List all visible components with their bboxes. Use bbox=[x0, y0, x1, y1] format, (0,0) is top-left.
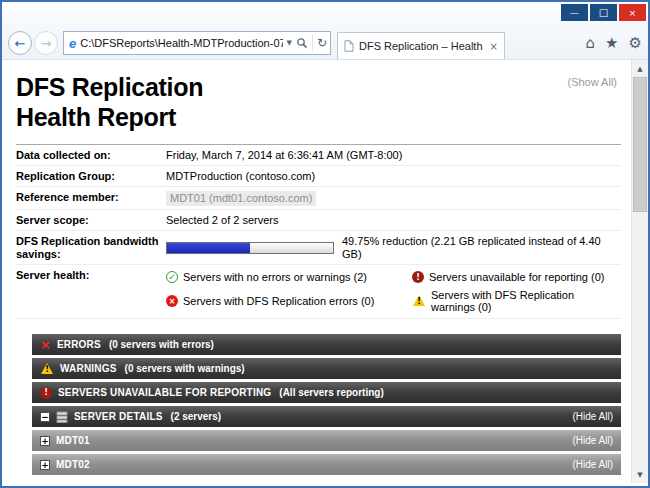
scroll-up-icon[interactable]: ▲ bbox=[632, 60, 648, 77]
server-row-mdt02[interactable]: + MDT02 (Hide All) bbox=[32, 454, 621, 475]
section-count: (0 servers with errors) bbox=[109, 339, 214, 350]
scrollbar-thumb[interactable] bbox=[633, 77, 647, 212]
field-server-scope: Server scope: Selected 2 of 2 servers bbox=[16, 210, 621, 231]
field-value: MDTProduction (contoso.com) bbox=[166, 170, 315, 183]
maximize-button[interactable]: □ bbox=[590, 4, 617, 21]
search-icon[interactable] bbox=[296, 37, 308, 49]
health-text: Servers with DFS Replication warnings (0… bbox=[431, 289, 621, 313]
field-value: Selected 2 of 2 servers bbox=[166, 214, 279, 227]
health-item-ok: ✓ Servers with no errors or warnings (2) bbox=[166, 271, 412, 283]
hide-all-link[interactable]: (Hide All) bbox=[572, 411, 613, 422]
hide-all-link[interactable]: (Hide All) bbox=[572, 435, 613, 446]
server-name: MDT01 bbox=[56, 435, 90, 446]
tab-close-icon[interactable]: × bbox=[490, 41, 498, 52]
bandwidth-bar bbox=[166, 242, 334, 254]
section-count: (2 servers) bbox=[171, 411, 222, 422]
favorites-star-icon[interactable]: ★ bbox=[605, 34, 618, 52]
home-icon[interactable]: ⌂ bbox=[586, 34, 596, 52]
field-server-health: Server health: ✓ Servers with no errors … bbox=[16, 265, 621, 319]
server-row-mdt01[interactable]: + MDT01 (Hide All) bbox=[32, 430, 621, 451]
health-item-errors: × Servers with DFS Replication errors (0… bbox=[166, 289, 412, 313]
warning-icon: ! bbox=[40, 363, 54, 375]
expand-toggle-icon[interactable]: + bbox=[40, 436, 50, 446]
page-title-line1: DFS Replication bbox=[16, 72, 621, 102]
ok-icon: ✓ bbox=[166, 271, 178, 283]
section-errors[interactable]: × ERRORS (0 servers with errors) bbox=[32, 334, 621, 355]
refresh-icon[interactable]: ↻ bbox=[317, 36, 327, 50]
vertical-scrollbar[interactable]: ▲ ▼ bbox=[631, 60, 648, 483]
bandwidth-bar-fill bbox=[167, 243, 250, 253]
section-title: SERVERS UNAVAILABLE FOR REPORTING bbox=[58, 387, 271, 398]
ie-icon: e bbox=[69, 36, 76, 51]
collapse-toggle-icon[interactable]: − bbox=[40, 412, 50, 422]
scroll-down-icon[interactable]: ▼ bbox=[632, 466, 648, 483]
hide-all-link[interactable]: (Hide All) bbox=[572, 459, 613, 470]
field-label: Replication Group: bbox=[16, 170, 166, 183]
health-text: Servers with DFS Replication errors (0) bbox=[183, 295, 374, 307]
error-icon: × bbox=[166, 295, 178, 307]
unavailable-icon: ! bbox=[40, 387, 52, 399]
server-icon bbox=[56, 411, 68, 423]
report-summary-fields: Data collected on: Friday, March 7, 2014… bbox=[16, 144, 621, 319]
field-label: Server scope: bbox=[16, 214, 166, 227]
browser-viewport: (Show All) DFS Replication Health Report… bbox=[2, 60, 648, 483]
field-value: Friday, March 7, 2014 at 6:36:41 AM (GMT… bbox=[166, 149, 402, 162]
field-label: DFS Replication bandwidth savings: bbox=[16, 235, 166, 261]
field-label: Data collected on: bbox=[16, 149, 166, 162]
navigation-bar: ← → e C:\DFSReports\Health-MDTProduction… bbox=[2, 27, 648, 60]
field-reference-member: Reference member: MDT01 (mdt01.contoso.c… bbox=[16, 187, 621, 210]
field-label: Server health: bbox=[16, 269, 166, 282]
scrollbar-track[interactable] bbox=[632, 212, 648, 466]
browser-tab[interactable]: DFS Replication – Health Re... × bbox=[337, 32, 505, 59]
field-bandwidth-savings: DFS Replication bandwidth savings: 49.75… bbox=[16, 231, 621, 265]
close-button[interactable]: × bbox=[619, 4, 646, 21]
section-warnings[interactable]: ! WARNINGS (0 servers with warnings) bbox=[32, 358, 621, 379]
page-title-line2: Health Report bbox=[16, 102, 621, 132]
browser-window: — □ × ← → e C:\DFSReports\Health-MDTProd… bbox=[0, 0, 650, 488]
server-health-grid: ✓ Servers with no errors or warnings (2)… bbox=[166, 269, 621, 315]
field-data-collected: Data collected on: Friday, March 7, 2014… bbox=[16, 145, 621, 166]
section-title: ERRORS bbox=[57, 339, 101, 350]
page-icon bbox=[344, 40, 354, 52]
minimize-icon: — bbox=[570, 8, 579, 18]
bandwidth-value: 49.75% reduction (2.21 GB replicated ins… bbox=[166, 235, 621, 261]
server-name: MDT02 bbox=[56, 459, 90, 470]
error-x-icon: × bbox=[40, 338, 51, 351]
section-count: (0 servers with warnings) bbox=[125, 363, 245, 374]
back-icon: ← bbox=[15, 36, 26, 51]
health-text: Servers unavailable for reporting (0) bbox=[429, 271, 604, 283]
bandwidth-text: 49.75% reduction (2.21 GB replicated ins… bbox=[342, 235, 621, 261]
page-title: DFS Replication Health Report bbox=[16, 72, 621, 132]
gear-icon[interactable]: ⚙ bbox=[629, 34, 642, 52]
field-replication-group: Replication Group: MDTProduction (contos… bbox=[16, 166, 621, 187]
section-title: SERVER DETAILS bbox=[74, 411, 163, 422]
address-dropdown-icon[interactable]: ▼ bbox=[287, 39, 292, 47]
tab-title: DFS Replication – Health Re... bbox=[359, 40, 485, 52]
address-separator bbox=[312, 35, 313, 51]
section-title: WARNINGS bbox=[60, 363, 117, 374]
report-sections: × ERRORS (0 servers with errors) ! WARNI… bbox=[32, 334, 621, 475]
section-unavailable[interactable]: ! SERVERS UNAVAILABLE FOR REPORTING (All… bbox=[32, 382, 621, 403]
forward-button[interactable]: → bbox=[34, 31, 58, 55]
address-bar[interactable]: e C:\DFSReports\Health-MDTProduction-07M… bbox=[63, 31, 331, 55]
field-label: Reference member: bbox=[16, 191, 166, 204]
warning-icon: ! bbox=[412, 295, 426, 307]
address-text[interactable]: C:\DFSReports\Health-MDTProduction-07M… bbox=[80, 37, 282, 49]
expand-toggle-icon[interactable]: + bbox=[40, 460, 50, 470]
maximize-icon: □ bbox=[599, 7, 608, 18]
section-count: (All servers reporting) bbox=[279, 387, 383, 398]
field-value: MDT01 (mdt01.contoso.com) bbox=[166, 191, 316, 206]
nav-right-icons: ⌂ ★ ⚙ bbox=[586, 34, 642, 52]
titlebar: — □ × bbox=[2, 2, 648, 27]
report-page: (Show All) DFS Replication Health Report… bbox=[2, 60, 631, 483]
section-server-details[interactable]: − SERVER DETAILS (2 servers) (Hide All) bbox=[32, 406, 621, 427]
show-all-link[interactable]: (Show All) bbox=[567, 76, 617, 88]
health-item-unavailable: ! Servers unavailable for reporting (0) bbox=[412, 271, 621, 283]
close-icon: × bbox=[629, 8, 637, 18]
health-item-warnings: ! Servers with DFS Replication warnings … bbox=[412, 289, 621, 313]
unavailable-icon: ! bbox=[412, 271, 424, 283]
forward-icon: → bbox=[41, 36, 52, 51]
health-text: Servers with no errors or warnings (2) bbox=[183, 271, 367, 283]
back-button[interactable]: ← bbox=[8, 31, 32, 55]
minimize-button[interactable]: — bbox=[561, 4, 588, 21]
